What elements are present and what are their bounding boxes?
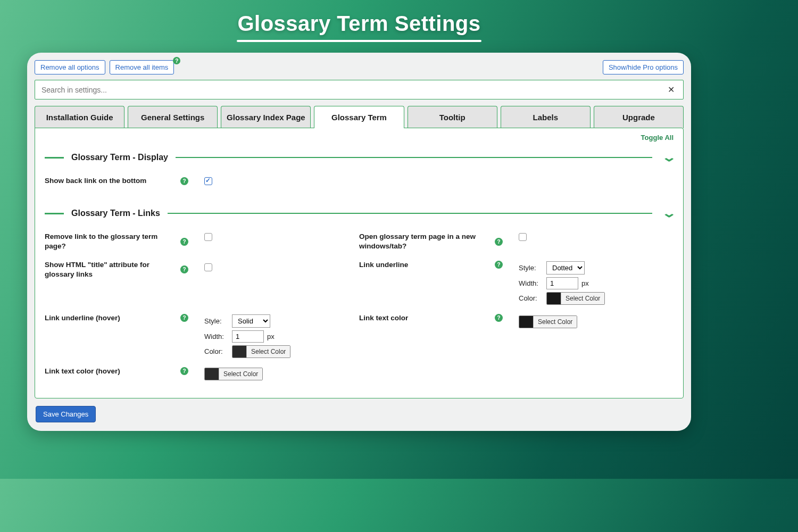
clear-search-icon[interactable]: ✕ bbox=[666, 85, 677, 95]
label-show-title-attr: Show HTML "title" attribute for glossary… bbox=[45, 260, 176, 279]
tab-content: Toggle All Glossary Term - Display ⌄ Sho… bbox=[35, 128, 684, 398]
checkbox-back-link[interactable] bbox=[204, 177, 212, 185]
topbar: Remove all options Remove all items ? Sh… bbox=[34, 60, 685, 80]
underline-width-input[interactable] bbox=[546, 277, 578, 289]
remove-all-options-button[interactable]: Remove all options bbox=[35, 60, 105, 74]
select-color-button[interactable]: Select Color bbox=[561, 293, 604, 304]
tab-upgrade[interactable]: Upgrade bbox=[594, 106, 684, 128]
section-line bbox=[45, 213, 64, 214]
select-color-button[interactable]: Select Color bbox=[219, 368, 262, 380]
help-icon[interactable]: ? bbox=[495, 238, 503, 246]
section-title: Glossary Term - Links bbox=[71, 209, 160, 218]
checkbox-show-title-attr[interactable] bbox=[204, 263, 212, 271]
search-input[interactable] bbox=[41, 86, 666, 94]
search-bar: ✕ bbox=[35, 80, 684, 99]
color-swatch[interactable] bbox=[547, 293, 561, 304]
remove-all-items-button[interactable]: Remove all items bbox=[110, 60, 174, 74]
color-swatch[interactable] bbox=[232, 346, 246, 358]
save-changes-button[interactable]: Save Changes bbox=[36, 406, 96, 422]
help-icon[interactable]: ? bbox=[180, 314, 188, 322]
underline-width-label: Width: bbox=[519, 279, 543, 287]
title-underline bbox=[237, 40, 481, 42]
chevron-down-icon: ⌄ bbox=[661, 151, 677, 164]
tab-general-settings[interactable]: General Settings bbox=[128, 106, 218, 128]
underline-hover-width-label: Width: bbox=[204, 332, 229, 340]
tab-glossary-term[interactable]: Glossary Term bbox=[314, 106, 404, 128]
tabs: Installation Guide General Settings Glos… bbox=[34, 106, 685, 128]
label-link-text-color: Link text color bbox=[359, 313, 408, 323]
tab-glossary-index-page[interactable]: Glossary Index Page bbox=[221, 106, 311, 128]
tab-labels[interactable]: Labels bbox=[501, 106, 591, 128]
section-line bbox=[45, 157, 64, 159]
checkbox-remove-link[interactable] bbox=[204, 233, 212, 241]
underline-hover-width-input[interactable] bbox=[232, 330, 264, 343]
help-icon[interactable]: ? bbox=[180, 238, 188, 246]
unit-px: px bbox=[267, 332, 275, 340]
select-color-button[interactable]: Select Color bbox=[246, 346, 290, 358]
help-icon[interactable]: ? bbox=[180, 177, 188, 185]
label-link-text-color-hover: Link text color (hover) bbox=[45, 367, 120, 376]
help-icon[interactable]: ? bbox=[495, 261, 503, 269]
label-open-new-tab: Open glossary term page in a new windows… bbox=[359, 232, 491, 251]
underline-style-select[interactable]: Dotted bbox=[546, 261, 585, 275]
underline-hover-style-label: Style: bbox=[204, 317, 229, 325]
help-icon[interactable]: ? bbox=[180, 265, 188, 273]
tab-tooltip[interactable]: Tooltip bbox=[408, 106, 497, 128]
help-icon[interactable]: ? bbox=[180, 367, 188, 375]
select-color-button[interactable]: Select Color bbox=[533, 316, 577, 328]
checkbox-open-new-tab[interactable] bbox=[519, 233, 527, 241]
show-hide-pro-button[interactable]: Show/hide Pro options bbox=[603, 60, 684, 74]
underline-color-label: Color: bbox=[519, 294, 543, 302]
label-link-underline-hover: Link underline (hover) bbox=[45, 313, 120, 323]
underline-hover-style-select[interactable]: Solid bbox=[232, 314, 270, 328]
underline-style-label: Style: bbox=[519, 264, 543, 272]
section-line bbox=[176, 157, 652, 158]
toggle-all-link[interactable]: Toggle All bbox=[641, 134, 674, 142]
label-link-underline: Link underline bbox=[359, 260, 408, 270]
label-remove-link: Remove link to the glossary term page? bbox=[45, 232, 176, 251]
help-icon[interactable]: ? bbox=[173, 57, 180, 64]
color-swatch[interactable] bbox=[519, 316, 533, 328]
color-swatch[interactable] bbox=[205, 368, 219, 380]
section-display-header[interactable]: Glossary Term - Display ⌄ bbox=[45, 151, 674, 164]
section-title: Glossary Term - Display bbox=[71, 153, 168, 162]
chevron-down-icon: ⌄ bbox=[661, 206, 677, 220]
section-links-header[interactable]: Glossary Term - Links ⌄ bbox=[45, 206, 674, 220]
page-title: Glossary Term Settings bbox=[0, 0, 718, 36]
underline-hover-color-label: Color: bbox=[204, 347, 229, 355]
label-back-link: Show back link on the bottom bbox=[45, 176, 146, 186]
section-line bbox=[168, 213, 652, 214]
tab-installation-guide[interactable]: Installation Guide bbox=[35, 106, 124, 128]
help-icon[interactable]: ? bbox=[495, 314, 503, 322]
settings-panel: Remove all options Remove all items ? Sh… bbox=[27, 53, 691, 431]
unit-px: px bbox=[581, 279, 589, 287]
